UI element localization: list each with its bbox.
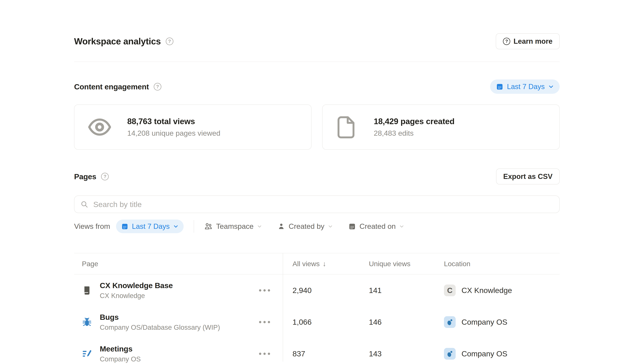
search-input[interactable]: [93, 200, 553, 209]
location-name: Company OS: [462, 349, 507, 358]
location-name: CX Knowledge: [462, 286, 512, 295]
chevron-down-icon: [328, 224, 333, 229]
chevron-down-icon: [399, 224, 404, 229]
workspace-analytics-page: Workspace analytics ? ? Learn more Conte…: [74, 0, 560, 364]
question-circle-icon: ?: [503, 38, 510, 45]
content-engagement-title: Content engagement: [74, 82, 149, 91]
page-row-subtitle: CX Knowledge: [100, 292, 257, 300]
book-icon: [82, 285, 92, 295]
export-csv-button[interactable]: Export as CSV: [496, 169, 560, 184]
views-from-label: Views from: [74, 222, 110, 231]
company-os-logo: [444, 316, 456, 328]
row-actions-button[interactable]: [257, 350, 272, 357]
calendar-icon: [496, 83, 503, 90]
bug-icon: [82, 317, 92, 327]
table-column-divider: [283, 253, 283, 362]
meetings-icon: [82, 349, 92, 359]
calendar-icon: [121, 223, 128, 230]
page-title: Workspace analytics: [74, 36, 161, 47]
row-actions-button[interactable]: [257, 287, 272, 294]
location-cell[interactable]: Company OS: [434, 348, 560, 360]
table-row[interactable]: Meetings Company OS 837 143 Company OS: [74, 338, 560, 364]
column-header-location[interactable]: Location: [434, 260, 560, 268]
teamspace-icon: [204, 222, 212, 231]
location-cell[interactable]: C CX Knowledge: [434, 285, 560, 296]
page-row-title[interactable]: Meetings: [100, 344, 257, 353]
date-range-dropdown[interactable]: Last 7 Days: [490, 79, 560, 94]
created-by-filter[interactable]: Created by: [278, 222, 333, 231]
learn-more-button[interactable]: ? Learn more: [496, 33, 560, 49]
person-icon: [278, 223, 285, 230]
column-header-all-views[interactable]: All views ↓: [283, 260, 359, 268]
table-row[interactable]: CX Knowledge Base CX Knowledge 2,940 141…: [74, 274, 560, 306]
page-row-subtitle: Company OS: [100, 355, 257, 363]
total-views-value: 88,763 total views: [127, 117, 220, 126]
teamspace-filter[interactable]: Teamspace: [204, 222, 262, 231]
chevron-down-icon: [173, 224, 179, 229]
location-avatar: C: [444, 285, 456, 296]
search-icon: [80, 200, 88, 208]
row-actions-button[interactable]: [257, 319, 272, 325]
created-on-filter[interactable]: Created on: [348, 222, 404, 231]
unique-views-value: 146: [359, 317, 434, 326]
help-icon[interactable]: ?: [101, 173, 109, 180]
views-from-date-value: Last 7 Days: [132, 222, 170, 231]
section-divider: [74, 62, 560, 62]
filter-divider: [194, 220, 194, 233]
location-name: Company OS: [462, 317, 507, 326]
stat-cards: 88,763 total views 14,208 unique pages v…: [74, 104, 560, 150]
table-header-row: Page All views ↓ Unique views Location: [74, 253, 560, 274]
page-row-title[interactable]: CX Knowledge Base: [100, 281, 257, 290]
calendar-icon: [348, 223, 356, 230]
date-range-value: Last 7 Days: [507, 82, 545, 91]
pages-created-value: 18,429 pages created: [374, 117, 455, 126]
sort-descending-icon: ↓: [323, 260, 326, 268]
edits-value: 28,483 edits: [374, 129, 455, 137]
views-from-date-dropdown[interactable]: Last 7 Days: [116, 220, 184, 233]
total-views-card: 88,763 total views 14,208 unique pages v…: [74, 104, 312, 150]
column-header-page[interactable]: Page: [74, 260, 283, 268]
page-header: Workspace analytics ? ? Learn more: [74, 33, 560, 49]
pages-table: Page All views ↓ Unique views Location: [74, 253, 560, 364]
unique-views-value: 141: [359, 286, 434, 295]
created-on-label: Created on: [360, 222, 396, 231]
all-views-value: 837: [283, 349, 359, 358]
pages-created-card: 18,429 pages created 28,483 edits: [322, 104, 560, 150]
unique-pages-viewed-value: 14,208 unique pages viewed: [127, 129, 220, 137]
chevron-down-icon: [257, 224, 262, 229]
eye-icon: [87, 115, 112, 139]
page-row-subtitle: Company OS/Database Glossary (WIP): [100, 324, 257, 331]
help-icon[interactable]: ?: [154, 83, 161, 91]
created-by-label: Created by: [289, 222, 324, 231]
learn-more-label: Learn more: [514, 37, 552, 45]
column-header-unique-views[interactable]: Unique views: [359, 260, 434, 268]
filters-row: Views from Last 7 Days Teamspace: [74, 220, 560, 233]
page-row-title[interactable]: Bugs: [100, 313, 257, 322]
help-icon[interactable]: ?: [166, 38, 173, 45]
export-csv-label: Export as CSV: [503, 172, 552, 181]
teamspace-label: Teamspace: [216, 222, 254, 231]
pages-title: Pages: [74, 172, 96, 181]
pages-header: Pages ? Export as CSV: [74, 169, 560, 184]
all-views-value: 2,940: [283, 286, 359, 295]
company-os-logo: [444, 348, 456, 360]
table-row[interactable]: Bugs Company OS/Database Glossary (WIP) …: [74, 306, 560, 338]
chevron-down-icon: [548, 84, 554, 89]
content-engagement-header: Content engagement ? Last 7 Days: [74, 79, 560, 94]
document-icon: [336, 115, 358, 139]
search-bar[interactable]: [74, 195, 560, 213]
location-cell[interactable]: Company OS: [434, 316, 560, 328]
all-views-value: 1,066: [283, 317, 359, 326]
unique-views-value: 143: [359, 349, 434, 358]
